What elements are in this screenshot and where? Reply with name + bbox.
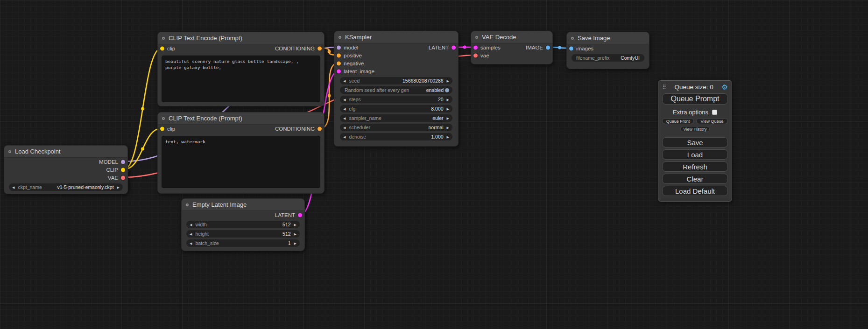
node-load-checkpoint[interactable]: Load Checkpoint MODEL CLIP VAE ◀ ckpt_na… xyxy=(4,145,128,194)
load-default-button[interactable]: Load Default xyxy=(662,186,728,196)
queue-front-button[interactable]: Queue Front xyxy=(662,118,694,124)
decrement-arrow-icon[interactable]: ◀ xyxy=(190,223,192,226)
latent-output-slot[interactable] xyxy=(452,45,456,49)
decrement-arrow-icon[interactable]: ◀ xyxy=(190,232,192,236)
increment-arrow-icon[interactable]: ▶ xyxy=(294,223,296,226)
node-collapse-dot-icon[interactable] xyxy=(186,203,189,206)
node-collapse-dot-icon[interactable] xyxy=(162,37,165,40)
sampler-name-widget[interactable]: ◀ sampler_name euler ▶ xyxy=(340,114,452,122)
refresh-button[interactable]: Refresh xyxy=(662,161,728,172)
input-label-negative: negative xyxy=(344,61,364,66)
conditioning-output-slot[interactable] xyxy=(318,126,322,131)
negative-input-slot[interactable] xyxy=(337,61,341,65)
image-output-slot[interactable] xyxy=(546,45,550,49)
increment-arrow-icon[interactable]: ▶ xyxy=(447,126,449,129)
positive-input-slot[interactable] xyxy=(337,53,341,57)
node-ksampler[interactable]: KSampler model LATENT positive negative … xyxy=(334,31,459,147)
output-label-clip: CLIP xyxy=(106,167,118,173)
output-label-model: MODEL xyxy=(99,159,118,165)
model-input-slot[interactable] xyxy=(337,45,341,49)
load-button[interactable]: Load xyxy=(662,149,728,160)
cfg-widget[interactable]: ◀ cfg 8.000 ▶ xyxy=(340,105,452,112)
decrement-arrow-icon[interactable]: ◀ xyxy=(12,186,14,189)
widget-value: 8.000 xyxy=(431,106,443,112)
negative-prompt-textarea[interactable]: text, watermark xyxy=(162,136,320,188)
node-collapse-dot-icon[interactable] xyxy=(571,37,574,40)
view-queue-button[interactable]: View Queue xyxy=(696,118,728,124)
settings-gear-icon[interactable]: ⚙ xyxy=(722,83,728,91)
view-history-button[interactable]: View History xyxy=(680,126,710,132)
node-collapse-dot-icon[interactable] xyxy=(162,117,165,120)
decrement-arrow-icon[interactable]: ◀ xyxy=(343,117,346,120)
node-save-image[interactable]: Save Image images filename_prefix ComfyU… xyxy=(566,32,649,69)
vae-output-slot[interactable] xyxy=(121,175,125,180)
conditioning-output-slot[interactable] xyxy=(318,46,322,50)
images-input-slot[interactable] xyxy=(569,46,573,50)
node-title-bar[interactable]: CLIP Text Encode (Prompt) xyxy=(158,32,324,44)
width-widget[interactable]: ◀ width 512 ▶ xyxy=(186,221,300,228)
denoise-widget[interactable]: ◀ denoise 1.000 ▶ xyxy=(340,133,452,140)
node-empty-latent-image[interactable]: Empty Latent Image LATENT ◀ width 512 ▶ … xyxy=(181,198,305,251)
clip-output-slot[interactable] xyxy=(121,168,125,172)
node-collapse-dot-icon[interactable] xyxy=(475,36,478,39)
save-button[interactable]: Save xyxy=(662,137,728,147)
batch-size-widget[interactable]: ◀ batch_size 1 ▶ xyxy=(186,239,300,247)
queue-actions-row: Queue Front View Queue xyxy=(662,118,728,124)
clear-button[interactable]: Clear xyxy=(662,174,728,184)
queue-prompt-button[interactable]: Queue Prompt xyxy=(662,93,728,105)
model-output-slot[interactable] xyxy=(121,160,125,164)
decrement-arrow-icon[interactable]: ◀ xyxy=(343,135,346,139)
increment-arrow-icon[interactable]: ▶ xyxy=(294,232,296,236)
toggle-state-icon[interactable] xyxy=(445,88,449,92)
clip-input-slot[interactable] xyxy=(160,46,164,50)
node-title: CLIP Text Encode (Prompt) xyxy=(169,115,242,122)
vae-input-slot[interactable] xyxy=(473,53,478,57)
node-title-bar[interactable]: VAE Decode xyxy=(471,31,552,43)
decrement-arrow-icon[interactable]: ◀ xyxy=(190,242,192,245)
node-title: Save Image xyxy=(578,35,610,42)
widget-value: normal xyxy=(429,125,444,130)
node-title-bar[interactable]: Empty Latent Image xyxy=(182,199,304,211)
node-collapse-dot-icon[interactable] xyxy=(339,36,341,39)
increment-arrow-icon[interactable]: ▶ xyxy=(294,242,296,245)
decrement-arrow-icon[interactable]: ◀ xyxy=(343,98,346,101)
increment-arrow-icon[interactable]: ▶ xyxy=(117,186,120,189)
height-widget[interactable]: ◀ height 512 ▶ xyxy=(186,230,300,238)
input-label-images: images xyxy=(576,46,593,51)
clip-input-slot[interactable] xyxy=(160,126,164,131)
extra-options-checkbox[interactable] xyxy=(712,110,717,115)
seed-widget[interactable]: ◀ seed 156680208700286 ▶ xyxy=(340,77,452,84)
steps-widget[interactable]: ◀ steps 20 ▶ xyxy=(340,96,452,103)
widget-value: 156680208700286 xyxy=(402,78,444,84)
filename-prefix-widget[interactable]: filename_prefix ComfyUI xyxy=(572,54,644,62)
random-seed-toggle-widget[interactable]: Random seed after every gen enabled xyxy=(340,86,452,94)
increment-arrow-icon[interactable]: ▶ xyxy=(447,117,449,120)
input-label-positive: positive xyxy=(344,53,362,58)
increment-arrow-icon[interactable]: ▶ xyxy=(447,135,449,139)
positive-prompt-textarea[interactable]: beautiful scenery nature glass bottle la… xyxy=(162,56,320,102)
decrement-arrow-icon[interactable]: ◀ xyxy=(343,126,346,129)
scheduler-widget[interactable]: ◀ scheduler normal ▶ xyxy=(340,124,452,131)
widget-label: height xyxy=(195,231,209,237)
ckpt-name-widget[interactable]: ◀ ckpt_name v1-5-pruned-emaonly.ckpt ▶ xyxy=(9,183,123,191)
node-collapse-dot-icon[interactable] xyxy=(8,150,11,153)
decrement-arrow-icon[interactable]: ◀ xyxy=(343,107,346,111)
increment-arrow-icon[interactable]: ▶ xyxy=(447,79,449,83)
widget-label: seed xyxy=(349,78,360,84)
increment-arrow-icon[interactable]: ▶ xyxy=(447,107,449,111)
latent-output-slot[interactable] xyxy=(298,213,302,217)
samples-input-slot[interactable] xyxy=(473,45,478,49)
node-graph-canvas[interactable]: Load Checkpoint MODEL CLIP VAE ◀ ckpt_na… xyxy=(0,0,868,329)
increment-arrow-icon[interactable]: ▶ xyxy=(447,98,449,101)
latent-image-input-slot[interactable] xyxy=(337,69,341,73)
widget-value: enabled xyxy=(426,87,444,93)
node-title-bar[interactable]: Load Checkpoint xyxy=(4,146,127,158)
node-clip-text-encode-positive[interactable]: CLIP Text Encode (Prompt) clip CONDITION… xyxy=(157,32,325,106)
node-title-bar[interactable]: KSampler xyxy=(334,31,458,43)
node-title-bar[interactable]: Save Image xyxy=(567,32,649,44)
decrement-arrow-icon[interactable]: ◀ xyxy=(343,79,346,83)
node-title-bar[interactable]: CLIP Text Encode (Prompt) xyxy=(158,112,324,125)
node-vae-decode[interactable]: VAE Decode samples IMAGE vae xyxy=(471,31,553,64)
node-clip-text-encode-negative[interactable]: CLIP Text Encode (Prompt) clip CONDITION… xyxy=(157,112,325,194)
drag-handle-icon[interactable]: ⠿ xyxy=(662,84,666,91)
